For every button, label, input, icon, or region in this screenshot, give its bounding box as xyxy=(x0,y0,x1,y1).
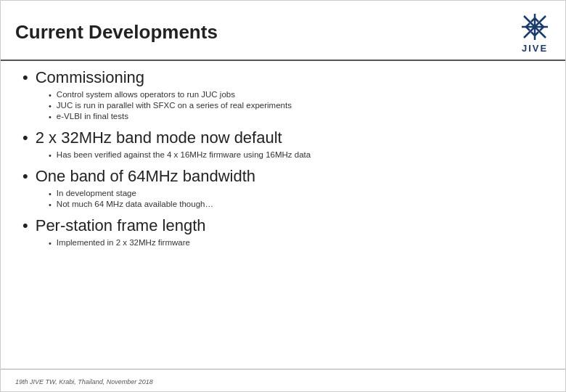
section-bandwidth-title: One band of 64MHz bandwidth xyxy=(22,167,544,186)
slide: Current Developments xyxy=(0,0,566,392)
section-band-mode-title: 2 x 32MHz band mode now default xyxy=(22,128,544,147)
footer-text: 19th JIVE TW, Krabi, Thailand, November … xyxy=(15,378,153,385)
section-frame-length-subitems: Implemented in 2 x 32MHz firmware xyxy=(22,238,544,248)
section-commissioning-title: Commissioning xyxy=(22,68,544,87)
sub-bullet-item: In development stage xyxy=(49,189,544,198)
slide-title: Current Developments xyxy=(15,21,218,44)
section-commissioning: Commissioning Control system allows oper… xyxy=(22,68,544,121)
section-bandwidth: One band of 64MHz bandwidth In developme… xyxy=(22,167,544,209)
sub-bullet-item: Not much 64 MHz data available though… xyxy=(49,200,544,209)
slide-content: Commissioning Control system allows oper… xyxy=(1,61,565,369)
slide-header: Current Developments xyxy=(1,1,565,61)
svg-point-12 xyxy=(533,25,537,29)
logo-area: JIVE xyxy=(519,11,551,54)
sub-bullet-item: Control system allows operators to run J… xyxy=(49,90,544,99)
slide-footer: 19th JIVE TW, Krabi, Thailand, November … xyxy=(1,369,565,391)
jive-logo-icon xyxy=(519,11,551,43)
section-band-mode-subitems: Has been verified against the 4 x 16MHz … xyxy=(22,150,544,160)
section-frame-length-title: Per-station frame length xyxy=(22,216,544,235)
logo-text: JIVE xyxy=(522,43,548,54)
section-commissioning-subitems: Control system allows operators to run J… xyxy=(22,90,544,121)
sub-bullet-item: e-VLBI in final tests xyxy=(49,112,544,121)
section-frame-length: Per-station frame length Implemented in … xyxy=(22,216,544,248)
sub-bullet-item: Implemented in 2 x 32MHz firmware xyxy=(49,238,544,248)
sub-bullet-item: Has been verified against the 4 x 16MHz … xyxy=(49,150,544,160)
section-bandwidth-subitems: In development stage Not much 64 MHz dat… xyxy=(22,189,544,209)
sub-bullet-item: JUC is run in parallel with SFXC on a se… xyxy=(49,101,544,110)
section-band-mode: 2 x 32MHz band mode now default Has been… xyxy=(22,128,544,160)
